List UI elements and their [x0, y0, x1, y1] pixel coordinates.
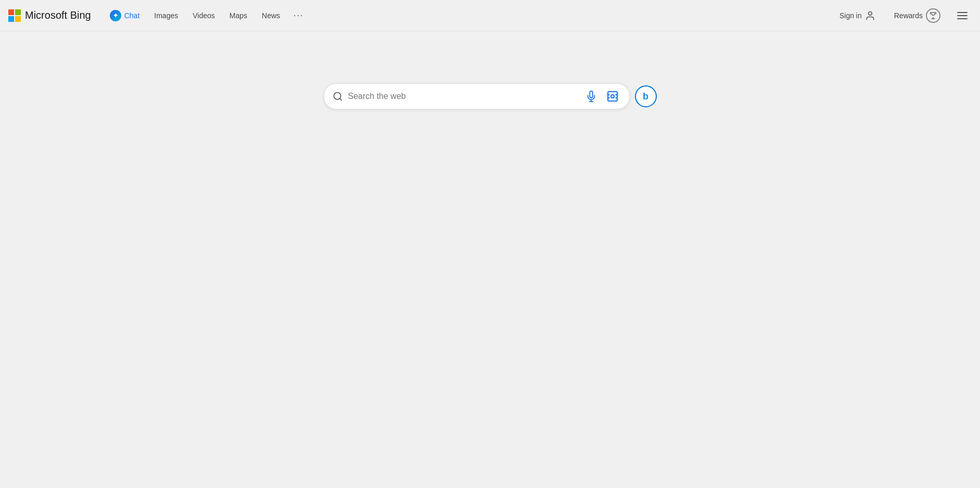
main-content: b [0, 31, 980, 109]
images-nav-label: Images [154, 11, 178, 20]
videos-nav-label: Videos [193, 11, 215, 20]
maps-nav-label: Maps [230, 11, 247, 20]
microsoft-logo [8, 9, 21, 22]
sign-in-button[interactable]: Sign in [833, 7, 882, 24]
news-nav-label: News [262, 11, 280, 20]
nav-more-button[interactable]: ··· [288, 7, 309, 24]
visual-search-button[interactable] [604, 88, 621, 105]
ham-line-1 [957, 12, 968, 13]
bing-chat-circle-button[interactable]: b [635, 85, 657, 107]
hamburger-menu-button[interactable] [953, 8, 972, 23]
search-bar [324, 83, 630, 109]
header-right-actions: Sign in Rewards [833, 5, 972, 26]
microphone-button[interactable] [583, 89, 599, 104]
bing-b-icon: b [643, 91, 648, 102]
main-header: Microsoft Bing ✦ Chat Images Videos Maps… [0, 0, 980, 31]
ham-line-2 [957, 15, 968, 16]
logo-text: Microsoft Bing [25, 9, 91, 21]
nav-maps[interactable]: Maps [223, 7, 253, 24]
user-icon [865, 10, 875, 21]
nav-videos[interactable]: Videos [186, 7, 221, 24]
rewards-label: Rewards [894, 11, 923, 20]
ham-line-3 [957, 18, 968, 19]
search-input[interactable] [348, 92, 578, 101]
search-icon [333, 91, 343, 102]
search-action-icons [583, 88, 621, 105]
svg-point-0 [868, 11, 872, 15]
nav-images[interactable]: Images [148, 7, 184, 24]
sign-in-label: Sign in [839, 11, 862, 20]
nav-news[interactable]: News [256, 7, 286, 24]
trophy-icon [926, 8, 940, 23]
svg-point-6 [611, 95, 614, 98]
svg-rect-5 [608, 92, 617, 101]
bing-logo-link[interactable]: Microsoft Bing [8, 9, 91, 22]
microphone-icon [586, 91, 597, 102]
svg-line-2 [339, 98, 341, 101]
nav-chat[interactable]: ✦ Chat [104, 6, 146, 26]
rewards-button[interactable]: Rewards [888, 5, 947, 26]
chat-nav-label: Chat [124, 11, 140, 20]
chat-nav-icon: ✦ [110, 10, 121, 21]
visual-search-icon [606, 90, 619, 103]
main-nav: ✦ Chat Images Videos Maps News ··· [104, 6, 833, 26]
search-container: b [324, 83, 657, 109]
